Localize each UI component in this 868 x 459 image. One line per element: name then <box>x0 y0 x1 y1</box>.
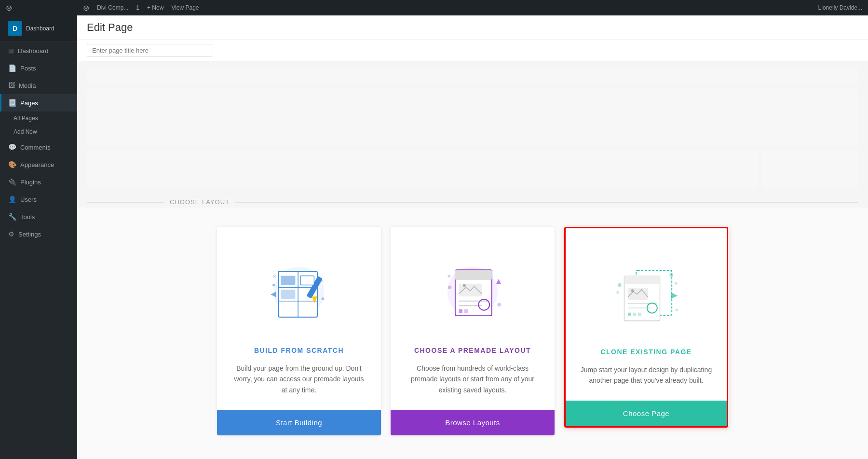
card-clone-description: Jump start your layout design by duplica… <box>580 364 712 386</box>
adminbar-site-name[interactable]: Divi Comp... <box>97 4 128 11</box>
sidebar-item-dashboard-label: Dashboard <box>18 47 49 55</box>
svg-point-11 <box>322 297 325 300</box>
admin-bar: ⊛ <box>0 0 77 15</box>
card-layout: ▲ ✕ CHOOSE A PREMADE LAYOUT Choose from … <box>391 227 555 435</box>
svg-text:▶: ▶ <box>671 291 678 300</box>
sidebar-item-media[interactable]: 🖼 Media <box>0 77 77 94</box>
adminbar-comments[interactable]: 1 <box>136 4 139 11</box>
svg-text:▲: ▲ <box>495 277 503 286</box>
section-title-label: Choose Layout <box>170 198 230 206</box>
sidebar-item-tools[interactable]: 🔧 Tools <box>0 208 77 225</box>
svg-point-10 <box>272 284 275 287</box>
choose-page-button[interactable]: Choose Page <box>566 401 727 426</box>
svg-rect-24 <box>459 309 463 313</box>
posts-icon: 📄 <box>8 64 16 72</box>
sidebar-item-posts-label: Posts <box>20 65 36 72</box>
sidebar-item-users[interactable]: 👤 Users <box>0 191 77 208</box>
svg-point-35 <box>631 289 634 292</box>
adminbar-new[interactable]: + New <box>147 4 163 11</box>
adminbar-user[interactable]: Lionelly Davide... <box>818 4 862 11</box>
sidebar-subitem-all-pages[interactable]: All Pages <box>0 111 77 125</box>
sidebar-item-plugins-label: Plugins <box>20 179 41 186</box>
start-building-button[interactable]: Start Building <box>217 410 381 435</box>
svg-point-42 <box>618 283 622 287</box>
svg-point-27 <box>497 303 501 307</box>
page-header: Edit Page <box>77 15 868 40</box>
svg-text:✕: ✕ <box>675 307 678 313</box>
card-scratch-illustration: ◀ + ✕ <box>251 246 347 333</box>
svg-rect-33 <box>624 276 660 284</box>
sidebar: ⊛ D Dashboard ⊞ Dashboard 📄 Posts 🖼 Medi… <box>0 0 77 459</box>
sidebar-item-appearance-label: Appearance <box>20 161 54 168</box>
svg-rect-7 <box>281 290 295 299</box>
page-sub-bar <box>77 40 868 61</box>
card-layout-body: ▲ ✕ CHOOSE A PREMADE LAYOUT Choose from … <box>391 227 555 410</box>
svg-text:◀: ◀ <box>271 290 276 298</box>
card-layout-illustration: ▲ ✕ <box>424 246 521 333</box>
appearance-icon: 🎨 <box>8 161 16 168</box>
tools-icon: 🔧 <box>8 213 16 221</box>
pages-icon: 📃 <box>8 99 16 107</box>
svg-point-44 <box>669 273 673 277</box>
card-layout-footer: Browse Layouts <box>391 410 555 435</box>
divider-left <box>87 202 164 203</box>
browse-layouts-button[interactable]: Browse Layouts <box>391 410 555 435</box>
sidebar-item-tools-label: Tools <box>20 213 35 221</box>
svg-point-45 <box>675 282 678 285</box>
section-title-row: Choose Layout <box>77 189 868 208</box>
card-clone-illustration: ▶ ✕ <box>598 248 694 334</box>
blurred-content-rows <box>77 61 868 189</box>
sidebar-item-pages-label: Pages <box>20 99 38 107</box>
main-content: ⊛ Divi Comp... 1 + New View Page Lionell… <box>77 0 868 459</box>
card-clone-title: CLONE EXISTING PAGE <box>600 348 692 356</box>
card-scratch-description: Build your page from the ground up. Don'… <box>231 363 366 395</box>
site-name: Dashboard <box>26 25 54 32</box>
sidebar-item-settings-label: Settings <box>18 231 41 238</box>
card-scratch-body: ◀ + ✕ BUILD FROM SCRATCH Build your page… <box>217 227 381 410</box>
svg-rect-41 <box>638 313 641 316</box>
svg-rect-25 <box>464 309 468 313</box>
sidebar-item-comments-label: Comments <box>20 144 51 151</box>
settings-icon: ⚙ <box>8 230 14 238</box>
dashboard-icon: ⊞ <box>8 47 14 55</box>
adminbar-view[interactable]: View Page <box>171 4 199 11</box>
card-clone: ▶ ✕ CLONE EXISTING PAGE Jump start your … <box>564 227 728 428</box>
sidebar-item-posts[interactable]: 📄 Posts <box>0 59 77 77</box>
cards-area: ◀ + ✕ BUILD FROM SCRATCH Build your page… <box>77 208 868 459</box>
svg-rect-40 <box>633 313 636 316</box>
card-layout-description: Choose from hundreds of world-class prem… <box>405 363 540 395</box>
sidebar-item-comments[interactable]: 💬 Comments <box>0 139 77 156</box>
wp-icon[interactable]: ⊛ <box>83 3 89 13</box>
site-icon: D <box>8 21 22 36</box>
page-title: Edit Page <box>87 21 133 34</box>
svg-text:✕: ✕ <box>272 274 276 279</box>
sidebar-item-plugins[interactable]: 🔌 Plugins <box>0 173 77 191</box>
users-icon: 👤 <box>8 195 16 203</box>
svg-point-43 <box>616 291 619 294</box>
sidebar-item-users-label: Users <box>20 196 37 203</box>
sidebar-logo: D Dashboard <box>0 15 77 42</box>
sidebar-item-media-label: Media <box>19 82 36 89</box>
sidebar-item-settings[interactable]: ⚙ Settings <box>0 225 77 243</box>
plugins-icon: 🔌 <box>8 178 16 186</box>
sidebar-item-pages[interactable]: 📃 Pages <box>0 94 77 111</box>
card-layout-title: CHOOSE A PREMADE LAYOUT <box>414 347 531 354</box>
card-clone-footer: Choose Page <box>566 401 727 426</box>
top-admin-bar: ⊛ Divi Comp... 1 + New View Page Lionell… <box>77 0 868 15</box>
page-title-input[interactable] <box>87 44 212 57</box>
comments-icon: 💬 <box>8 143 16 151</box>
sidebar-item-appearance[interactable]: 🎨 Appearance <box>0 156 77 173</box>
card-scratch-footer: Start Building <box>217 410 381 435</box>
svg-text:+: + <box>321 278 324 284</box>
media-icon: 🖼 <box>8 82 15 89</box>
svg-rect-18 <box>455 270 492 280</box>
svg-rect-9 <box>300 276 314 285</box>
svg-rect-8 <box>281 276 295 285</box>
wp-logo-icon[interactable]: ⊛ <box>6 3 12 13</box>
card-clone-body: ▶ ✕ CLONE EXISTING PAGE Jump start your … <box>566 228 727 401</box>
card-scratch-title: BUILD FROM SCRATCH <box>254 347 344 354</box>
sidebar-subitem-add-new[interactable]: Add New <box>0 125 77 139</box>
svg-point-20 <box>463 284 466 287</box>
svg-point-26 <box>448 285 452 289</box>
sidebar-item-dashboard[interactable]: ⊞ Dashboard <box>0 42 77 59</box>
